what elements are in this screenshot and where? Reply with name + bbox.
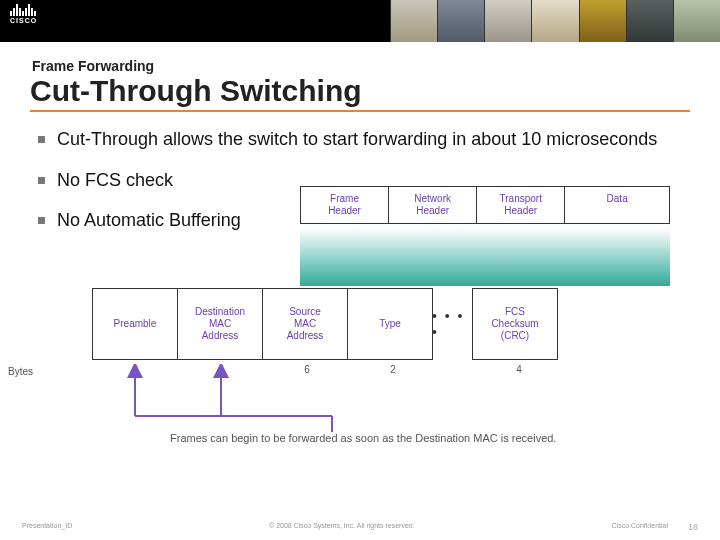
photo-thumb (579, 0, 626, 42)
photo-strip (390, 0, 720, 42)
photo-thumb (484, 0, 531, 42)
frame-field-preamble: Preamble (92, 288, 178, 360)
byte-gap (436, 364, 476, 375)
bullet-text: No FCS check (57, 169, 173, 192)
layer-cell: NetworkHeader (389, 187, 477, 223)
layer-row: FrameHeader NetworkHeader TransportHeade… (300, 186, 670, 224)
frame-field-dest-mac: DestinationMACAddress (177, 288, 263, 360)
logo-text: CISCO (10, 17, 37, 24)
footer-center: © 2008 Cisco Systems, Inc. All rights re… (72, 522, 611, 532)
gradient-band (300, 228, 670, 286)
frame-field-src-mac: SourceMACAddress (262, 288, 348, 360)
photo-thumb (437, 0, 484, 42)
bullet-text: No Automatic Buffering (57, 209, 241, 232)
diagram-caption: Frames can begin to be forwarded as soon… (170, 432, 556, 444)
frame-field-type: Type (347, 288, 433, 360)
bullet-item: Cut-Through allows the switch to start f… (38, 128, 678, 151)
photo-thumb (626, 0, 673, 42)
page-title: Cut-Through Switching (30, 74, 690, 112)
layer-cell: FrameHeader (301, 187, 389, 223)
bullet-icon (38, 177, 45, 184)
layer-cell: TransportHeader (477, 187, 565, 223)
bullet-icon (38, 136, 45, 143)
bullet-icon (38, 217, 45, 224)
layer-diagram: FrameHeader NetworkHeader TransportHeade… (300, 186, 690, 286)
page-number: 18 (688, 522, 698, 532)
photo-thumb (390, 0, 437, 42)
top-bar: CISCO (0, 0, 720, 42)
bullet-text: Cut-Through allows the switch to start f… (57, 128, 657, 151)
footer-right: Cisco Confidential (612, 522, 668, 532)
footer-left: Presentation_ID (22, 522, 72, 532)
breadcrumb: Frame Forwarding (32, 58, 154, 74)
ellipsis-icon: • • • • (432, 288, 472, 360)
frame-field-fcs: FCSChecksum(CRC) (472, 288, 558, 360)
frame-diagram: Preamble DestinationMACAddress SourceMAC… (92, 288, 690, 375)
byte-value: 4 (476, 364, 562, 375)
cisco-logo: CISCO (10, 4, 37, 24)
photo-thumb (531, 0, 578, 42)
logo-bars-icon (10, 4, 37, 16)
layer-cell: Data (565, 187, 669, 223)
frame-row: Preamble DestinationMACAddress SourceMAC… (92, 288, 690, 360)
footer: Presentation_ID © 2008 Cisco Systems, In… (22, 522, 698, 532)
photo-thumb (673, 0, 720, 42)
slide: CISCO Frame Forwarding Cut-Through Switc… (0, 0, 720, 540)
